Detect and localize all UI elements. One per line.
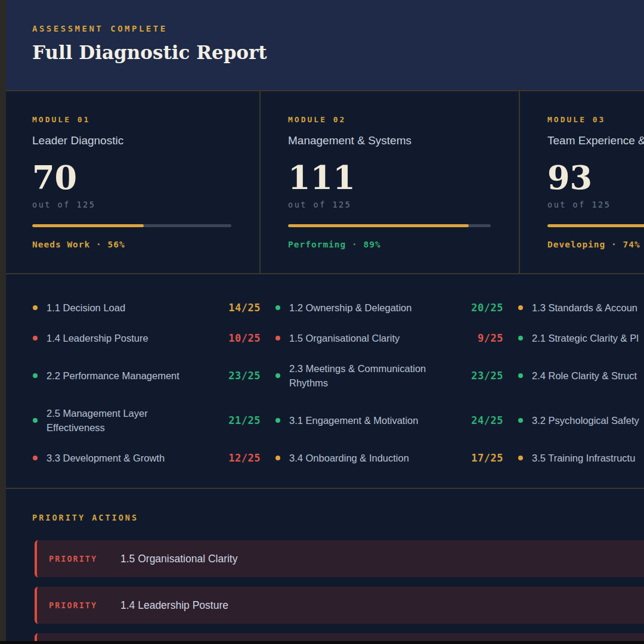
priority-actions-list: PRIORITY 1.5 Organisational Clarity PRIO… — [35, 540, 644, 644]
status-dot-icon — [275, 418, 280, 423]
module-score-value: 111 — [288, 162, 491, 194]
module-score-max-label: out of 125 — [288, 200, 491, 209]
score-item: 1.1 Decision Load 14/25 — [33, 301, 261, 315]
score-item: 2.3 Meetings & Communication Rhythms 23/… — [275, 361, 503, 390]
module-title: Leader Diagnostic — [32, 134, 231, 147]
module-status-label: Performing · 89% — [288, 240, 491, 249]
score-item: 3.3 Development & Growth 12/25 — [33, 451, 261, 465]
score-item-label: 1.5 Organisational Clarity — [289, 331, 450, 345]
score-item-value: 20/25 — [450, 302, 503, 314]
module-number-label: MODULE 01 — [32, 115, 231, 124]
score-item: 1.3 Standards & Accoun — [518, 301, 644, 315]
status-dot-icon — [275, 305, 280, 310]
module-card: MODULE 03 Team Experience & 93 out of 12… — [520, 91, 644, 273]
score-item-label: 2.4 Role Clarity & Struct — [532, 369, 644, 383]
module-number-label: MODULE 03 — [547, 115, 644, 124]
status-dot-icon — [275, 456, 280, 460]
status-dot-icon — [518, 456, 523, 460]
module-progress-bar — [547, 224, 644, 227]
score-item-label: 1.2 Ownership & Delegation — [289, 301, 450, 315]
module-card: MODULE 01 Leader Diagnostic 70 out of 12… — [6, 91, 261, 273]
score-item-label: 3.3 Development & Growth — [47, 451, 208, 465]
scores-grid: 1.1 Decision Load 14/25 1.2 Ownership & … — [6, 274, 644, 489]
status-dot-icon — [33, 336, 38, 340]
status-dot-icon — [518, 305, 523, 310]
module-progress-fill — [547, 224, 644, 227]
score-item-value: 23/25 — [450, 370, 503, 382]
status-dot-icon — [33, 373, 38, 378]
priority-action-row[interactable]: PRIORITY 1.4 Leadership Posture — [35, 587, 644, 624]
priority-actions-heading: PRIORITY ACTIONS — [32, 513, 644, 522]
score-item: 1.4 Leadership Posture 10/25 — [33, 331, 261, 345]
module-card: MODULE 02 Management & Systems 111 out o… — [261, 91, 520, 273]
assessment-status-label: ASSESSMENT COMPLETE — [32, 24, 644, 33]
module-status-label: Needs Work · 56% — [32, 240, 231, 249]
score-item-label: 2.2 Performance Management — [47, 369, 208, 383]
score-item-value: 10/25 — [208, 332, 261, 344]
score-item-value: 24/25 — [450, 414, 503, 426]
module-score-value: 93 — [547, 162, 644, 194]
status-dot-icon — [275, 373, 280, 378]
priority-badge: PRIORITY — [49, 554, 120, 564]
score-item: 1.2 Ownership & Delegation 20/25 — [275, 301, 503, 315]
score-item-label: 1.1 Decision Load — [47, 301, 208, 315]
score-item: 1.5 Organisational Clarity 9/25 — [275, 331, 503, 345]
score-item: 3.1 Engagement & Motivation 24/25 — [275, 406, 503, 435]
score-item-label: 3.5 Training Infrastructu — [532, 451, 644, 465]
module-title: Management & Systems — [288, 134, 491, 147]
score-item-label: 2.1 Strategic Clarity & Pl — [532, 331, 644, 345]
report-header: ASSESSMENT COMPLETE Full Diagnostic Repo… — [6, 0, 644, 91]
score-item: 2.2 Performance Management 23/25 — [33, 361, 261, 390]
score-item-label: 2.5 Management Layer Effectiveness — [47, 406, 208, 435]
module-score-max-label: out of 125 — [32, 200, 231, 209]
score-item-value: 14/25 — [208, 302, 261, 314]
score-item-label: 3.4 Onboarding & Induction — [289, 451, 450, 465]
module-title: Team Experience & — [547, 134, 644, 147]
score-item-value: 9/25 — [450, 332, 503, 344]
status-dot-icon — [518, 418, 523, 423]
score-item-label: 1.4 Leadership Posture — [47, 331, 208, 345]
module-progress-fill — [32, 224, 144, 227]
module-progress-bar — [288, 224, 491, 227]
module-number-label: MODULE 02 — [288, 115, 491, 124]
module-score-max-label: out of 125 — [547, 200, 644, 209]
score-item: 2.4 Role Clarity & Struct — [518, 361, 644, 390]
priority-badge: PRIORITY — [49, 600, 120, 610]
score-item-value: 12/25 — [208, 452, 261, 464]
status-dot-icon — [33, 418, 38, 423]
module-status-label: Developing · 74% — [547, 240, 644, 249]
score-item-value: 23/25 — [208, 370, 261, 382]
status-dot-icon — [518, 373, 523, 378]
priority-action-title: 1.4 Leadership Posture — [120, 599, 228, 612]
score-item: 3.5 Training Infrastructu — [518, 451, 644, 465]
score-item: 3.2 Psychological Safety — [518, 406, 644, 435]
priority-action-row[interactable]: PRIORITY 1.5 Organisational Clarity — [35, 540, 644, 577]
priority-action-title: 1.5 Organisational Clarity — [120, 553, 237, 565]
page-title: Full Diagnostic Report — [32, 42, 644, 63]
score-item-label: 2.3 Meetings & Communication Rhythms — [289, 361, 450, 390]
module-progress-fill — [288, 224, 469, 227]
score-item: 3.4 Onboarding & Induction 17/25 — [275, 451, 503, 465]
score-item-value: 17/25 — [450, 452, 503, 464]
status-dot-icon — [33, 456, 38, 460]
score-item-label: 3.1 Engagement & Motivation — [289, 413, 450, 428]
score-item-value: 21/25 — [208, 414, 261, 426]
window-bottom-edge — [0, 641, 644, 644]
score-item-label: 1.3 Standards & Accoun — [532, 301, 644, 315]
module-summary-row: MODULE 01 Leader Diagnostic 70 out of 12… — [6, 91, 644, 274]
module-score-value: 70 — [32, 162, 231, 194]
report-panel: ASSESSMENT COMPLETE Full Diagnostic Repo… — [6, 0, 644, 644]
score-item: 2.5 Management Layer Effectiveness 21/25 — [33, 406, 261, 435]
status-dot-icon — [33, 305, 38, 310]
score-item: 2.1 Strategic Clarity & Pl — [518, 331, 644, 345]
score-item-label: 3.2 Psychological Safety — [532, 413, 644, 428]
priority-actions-section: PRIORITY ACTIONS PRIORITY 1.5 Organisati… — [6, 489, 644, 644]
status-dot-icon — [275, 336, 280, 340]
status-dot-icon — [518, 336, 523, 340]
module-progress-bar — [32, 224, 231, 227]
